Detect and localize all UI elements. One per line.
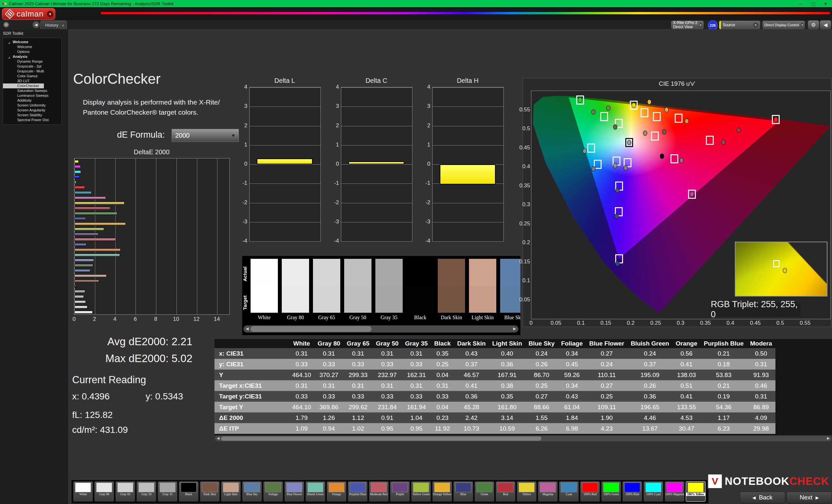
patch-button-blue[interactable]: Blue (453, 481, 473, 502)
table-cell: 1.55 (525, 413, 558, 423)
swatch-column-gray-80[interactable]: Gray 80 (282, 259, 309, 320)
swatch-column-gray-35[interactable]: Gray 35 (375, 259, 403, 320)
patch-button-white[interactable]: White (73, 481, 93, 502)
scroll-left-icon[interactable]: ◀ (246, 326, 249, 331)
patch-button-red[interactable]: Red (496, 481, 516, 502)
patch-button-yellow-green[interactable]: Yellow Green (411, 481, 431, 502)
chevron-down-icon[interactable]: ▼ (801, 22, 803, 28)
sidebar-item-3d-lut[interactable]: 3D LUT (3, 79, 61, 83)
scroll-right-icon[interactable]: ▶ (513, 326, 516, 331)
meter-device-dropdown[interactable]: X-Rite i1Pro 2 Direct View ▼ (671, 21, 704, 30)
table-cell: 0.33 (373, 391, 402, 402)
panel-collapse-button[interactable]: ◀ (820, 20, 831, 30)
next-button[interactable]: Next ▶ (786, 492, 832, 503)
sidebar-item-options[interactable]: Options (3, 49, 61, 54)
fl-value: fL: 125.82 (72, 410, 113, 420)
sidebar-collapse-button[interactable]: ◀ (32, 21, 40, 28)
patch-button-dark-skin[interactable]: Dark Skin (200, 481, 220, 502)
meter-count-badge[interactable]: 226 (708, 21, 718, 30)
source-dropdown[interactable]: Source ▼ (719, 21, 760, 30)
swatch-column-gray-50[interactable]: Gray 50 (344, 259, 371, 320)
scrollbar-thumb[interactable] (221, 437, 542, 441)
patch-button-black[interactable]: Black (179, 481, 199, 502)
sidebar-item-screen-uniformity[interactable]: Screen Uniformity (3, 103, 61, 108)
deltae-bar-magenta (74, 196, 106, 199)
tree-group-analysis[interactable]: ◢Analysis (3, 54, 61, 59)
expander-icon[interactable]: ◢ (8, 55, 10, 59)
tree-group-welcome[interactable]: ◢Welcome (3, 39, 61, 45)
chevron-down-icon[interactable]: ▼ (699, 22, 702, 28)
patch-button-blue-sky[interactable]: Blue Sky (242, 481, 262, 502)
sidebar-item-dynamic-range[interactable]: Dynamic Range (3, 59, 61, 64)
sidebar-item-screen-stability[interactable]: Screen Stability (3, 113, 61, 117)
sidebar-item-saturation-sweeps[interactable]: Saturation Sweeps (3, 88, 61, 93)
swatch-column-light-skin[interactable]: Light Skin (469, 259, 496, 320)
sidebar-item-luminance-sweeps[interactable]: Luminance Sweeps (3, 93, 61, 98)
swatch-column-gray-65[interactable]: Gray 65 (313, 259, 340, 320)
patch-button-purple[interactable]: Purple (390, 481, 410, 502)
swatch-column-dark-skin[interactable]: Dark Skin (438, 259, 465, 320)
sidebar-item-grayscale-2pt[interactable]: Grayscale - 2pt (3, 64, 61, 69)
patch-button-100-yellow[interactable]: 100% Yellow (686, 481, 706, 502)
patch-swatch (582, 482, 598, 492)
patch-button-cyan[interactable]: Cyan (559, 481, 579, 502)
row-label: Target y:CIE31 (214, 391, 289, 402)
swatch-column-blue-sky[interactable]: Blue Sky (500, 259, 520, 320)
target-swatch (375, 286, 403, 313)
chevron-down-icon[interactable]: ▼ (753, 22, 758, 28)
display-control-dropdown[interactable]: Direct Display Control ▼ (762, 21, 805, 30)
patch-button-100-cyan[interactable]: 100% Cyan (644, 481, 663, 502)
minimize-icon[interactable]: — (799, 1, 803, 6)
patch-swatch (160, 482, 176, 492)
patch-button-100-blue[interactable]: 100% Blue (622, 481, 642, 502)
deltae-bar-100-red (74, 186, 85, 189)
patch-button-green[interactable]: Green (474, 481, 494, 502)
de-formula-select[interactable]: 2000 ▼ (172, 129, 239, 142)
chevron-down-icon[interactable]: ▼ (47, 11, 53, 17)
sidebar-item-screen-angularity[interactable]: Screen Angularity (3, 108, 61, 113)
sidebar-item-welcome[interactable]: Welcome (3, 45, 61, 49)
patch-button-100-red[interactable]: 100% Red (580, 481, 600, 502)
expander-icon[interactable]: ◢ (8, 40, 10, 45)
patch-button-gray-80[interactable]: Gray 80 (94, 481, 114, 502)
maximize-icon[interactable]: ▢ (811, 1, 815, 6)
patch-button-light-skin[interactable]: Light Skin (221, 481, 241, 502)
workflow-dot-button[interactable] (3, 22, 9, 28)
patch-button-gray-65[interactable]: Gray 65 (115, 481, 135, 502)
patch-button-bluish-green[interactable]: Bluish Green (306, 481, 325, 502)
patch-button-moderate-red[interactable]: Moderate Red (369, 481, 389, 502)
add-tab-button[interactable]: + (59, 22, 67, 29)
swatch-column-white[interactable]: White (251, 259, 278, 320)
patch-button-orange[interactable]: Orange (327, 481, 346, 502)
swatch-strip-scrollbar[interactable]: ◀ ▶ (243, 326, 518, 333)
sidebar-item-color-gamut[interactable]: Color Gamut (3, 74, 61, 79)
sidebar-item-colorchecker[interactable]: ColorChecker (3, 83, 44, 88)
table-scrollbar[interactable]: ◀ ▶ (215, 436, 831, 441)
patch-label: Cyan (559, 493, 578, 496)
patch-button-foliage[interactable]: Foliage (263, 481, 283, 502)
patch-button-gray-35[interactable]: Gray 35 (158, 481, 178, 502)
sidebar-item-additivity[interactable]: Additivity (3, 98, 61, 103)
scroll-left-icon[interactable]: ◀ (217, 436, 219, 440)
patch-button-purplish-blue[interactable]: Purplish Blue (348, 481, 368, 502)
cie-chromaticity-plot: RGB Triplet: 255, 255, 0 (531, 91, 831, 319)
calman-menu-button[interactable]: calman ▼ (2, 8, 55, 20)
scrollbar-thumb[interactable] (251, 326, 371, 332)
patch-button-100-green[interactable]: 100% Green (601, 481, 621, 502)
patch-button-gray-50[interactable]: Gray 50 (136, 481, 156, 502)
table-cell: 0.27 (586, 380, 628, 391)
patch-swatch (540, 482, 556, 492)
settings-button[interactable]: ⚙ (808, 20, 819, 30)
patch-button-yellow[interactable]: Yellow (517, 481, 537, 502)
sidebar-item-grayscale-multi[interactable]: Grayscale - Multi (3, 69, 61, 74)
patch-button-blue-flower[interactable]: Blue Flower (284, 481, 304, 502)
sidebar-item-spectral-power-dist-[interactable]: Spectral Power Dist. (3, 117, 61, 122)
patch-button-100-magenta[interactable]: 100% Magenta (665, 481, 684, 502)
scroll-right-icon[interactable]: ▶ (827, 436, 830, 440)
patch-button-orange-yellow[interactable]: Orange Yellow (432, 481, 452, 502)
swatch-column-black[interactable]: Black (407, 259, 434, 320)
close-icon[interactable]: ✕ (824, 1, 828, 6)
deltae-chart-title: DeltaE 2000 (74, 148, 229, 156)
back-button[interactable]: ◀ Back (740, 492, 785, 503)
patch-button-magenta[interactable]: Magenta (538, 481, 558, 502)
